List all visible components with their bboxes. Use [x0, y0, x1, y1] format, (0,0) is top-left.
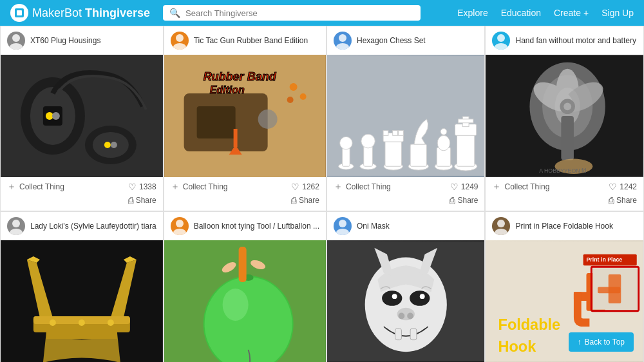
- svg-rect-1: [17, 10, 22, 15]
- card-footer: ⎙ Share: [164, 195, 326, 211]
- heart-icon: ♡: [609, 182, 617, 192]
- svg-point-35: [361, 134, 375, 148]
- collect-button[interactable]: ＋ Collect Thing: [7, 181, 64, 193]
- share-button[interactable]: ⎙ Share: [128, 195, 156, 205]
- plus-icon: ＋: [492, 181, 501, 193]
- avatar: [492, 32, 510, 50]
- svg-point-13: [111, 142, 117, 148]
- svg-text:Edition: Edition: [209, 84, 244, 95]
- like-share-group: ♡ 1249: [450, 182, 478, 192]
- like-count: ♡ 1242: [609, 182, 637, 192]
- svg-point-68: [10, 229, 23, 235]
- card-actions: ＋ Collect Thing ♡ 1249: [327, 177, 485, 195]
- card-image[interactable]: Rubber Band Edition: [164, 55, 326, 177]
- nav-education[interactable]: Education: [501, 8, 541, 18]
- svg-text:Print in Place: Print in Place: [587, 256, 623, 263]
- card-image[interactable]: [1, 240, 163, 362]
- card-image[interactable]: [327, 55, 485, 177]
- share-label: Share: [616, 196, 637, 205]
- card-actions: ＋ Collect Thing ♡ 1262: [164, 177, 326, 195]
- svg-point-2: [12, 34, 20, 42]
- avatar: [334, 32, 352, 50]
- svg-point-92: [392, 294, 397, 299]
- card-grid: XT60 Plug Housings ＋ Collect Thing ♡ 13: [0, 26, 644, 362]
- nav-links: Explore Education Create + Sign Up: [457, 8, 634, 18]
- svg-point-95: [398, 313, 404, 319]
- collect-button[interactable]: ＋ Collect Thing: [492, 181, 549, 193]
- card-fan: Hand fan without motor and battery A HOB…: [485, 26, 644, 211]
- card-image[interactable]: [327, 240, 485, 362]
- card-footer: ⎙ Share: [486, 195, 643, 211]
- card-header: XT60 Plug Housings: [1, 26, 163, 55]
- heart-icon: ♡: [450, 182, 459, 192]
- svg-rect-109: [598, 287, 621, 294]
- svg-point-54: [495, 43, 507, 50]
- collect-button[interactable]: ＋ Collect Thing: [171, 181, 228, 193]
- avatar: [334, 217, 352, 235]
- nav-signup[interactable]: Sign Up: [601, 8, 634, 18]
- card-footer: ⎙ Share: [327, 195, 485, 211]
- back-to-top-button[interactable]: ↑ Back to Top: [569, 332, 634, 352]
- search-input[interactable]: [185, 8, 414, 18]
- svg-point-96: [407, 313, 413, 319]
- plus-icon: ＋: [171, 181, 180, 193]
- card-title: XT60 Plug Housings: [30, 36, 100, 45]
- svg-rect-37: [385, 138, 401, 166]
- count-value: 1338: [139, 182, 156, 191]
- svg-point-90: [382, 291, 402, 305]
- svg-rect-31: [342, 148, 350, 166]
- count-value: 1242: [620, 182, 637, 191]
- svg-rect-75: [46, 332, 117, 339]
- svg-point-19: [258, 110, 277, 129]
- card-oni: Oni Mask ＋ Collect Thing: [327, 211, 486, 362]
- card-balloon: Balloon knot tying Tool / Luftballon ...…: [164, 211, 327, 362]
- svg-rect-64: [562, 116, 574, 160]
- logo-text: MakerBot Thingiverse: [32, 6, 150, 20]
- svg-rect-49: [457, 131, 474, 166]
- like-share-group: ♡ 1242: [609, 182, 637, 192]
- logo[interactable]: MakerBot Thingiverse: [10, 4, 150, 22]
- share-button[interactable]: ⎙ Share: [609, 195, 637, 205]
- svg-point-9: [52, 112, 60, 120]
- card-title: Lady Loki's (Sylvie Laufeydottir) tiara: [30, 222, 156, 231]
- heart-icon: ♡: [291, 182, 299, 192]
- collect-button[interactable]: ＋ Collect Thing: [334, 181, 391, 193]
- share-label: Share: [299, 196, 319, 205]
- share-label: Share: [136, 196, 156, 205]
- svg-point-86: [339, 220, 346, 227]
- svg-rect-39: [383, 130, 388, 135]
- nav-explore[interactable]: Explore: [457, 8, 488, 18]
- svg-rect-97: [395, 329, 402, 340]
- svg-point-87: [336, 229, 349, 235]
- card-title: Print in Place Foldable Hook: [515, 222, 612, 231]
- card-image[interactable]: A HOBBYYEON fd: [486, 55, 643, 177]
- svg-point-99: [497, 220, 505, 227]
- card-image[interactable]: [164, 240, 326, 362]
- plus-icon: ＋: [7, 181, 16, 193]
- like-share-group: ♡ 1262: [291, 182, 319, 192]
- svg-point-91: [410, 291, 430, 305]
- collect-label: Collect Thing: [504, 182, 549, 191]
- like-count: ♡ 1262: [291, 182, 319, 192]
- card-header: Print in Place Foldable Hook: [486, 212, 643, 240]
- card-footer: ⎙ Share: [1, 195, 163, 211]
- share-icon: ⎙: [609, 195, 614, 205]
- svg-point-47: [440, 129, 447, 135]
- svg-point-77: [173, 229, 186, 235]
- svg-rect-83: [238, 247, 246, 282]
- svg-point-14: [176, 34, 184, 42]
- svg-point-32: [340, 137, 353, 149]
- svg-point-26: [287, 97, 293, 103]
- nav-create[interactable]: Create +: [554, 8, 589, 18]
- share-button[interactable]: ⎙ Share: [450, 195, 478, 205]
- search-bar[interactable]: 🔍: [163, 5, 421, 21]
- like-count: ♡ 1249: [450, 182, 478, 192]
- card-chess: Hexagon Chess Set: [327, 26, 486, 211]
- card-header: Oni Mask: [327, 212, 485, 240]
- svg-point-12: [104, 142, 111, 148]
- card-xt60: XT60 Plug Housings ＋ Collect Thing ♡ 13: [0, 26, 164, 211]
- card-image[interactable]: [1, 55, 163, 177]
- share-button[interactable]: ⎙ Share: [291, 195, 319, 205]
- svg-rect-98: [410, 329, 417, 340]
- svg-point-53: [497, 34, 505, 42]
